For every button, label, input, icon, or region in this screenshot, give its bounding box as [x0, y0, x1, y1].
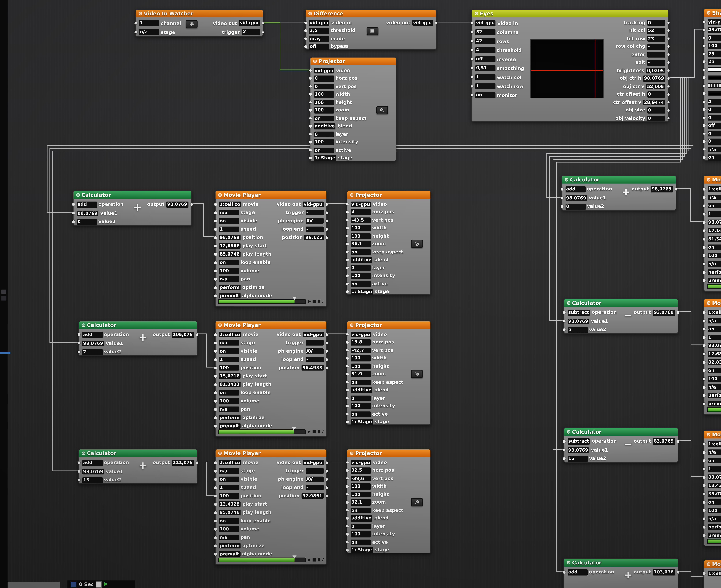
input-port[interactable]: [703, 124, 705, 127]
input-value[interactable]: on: [314, 115, 334, 121]
titlebar-calculator-6[interactable]: Calculator: [564, 428, 678, 436]
input-port[interactable]: [703, 344, 705, 347]
node-calculator-5[interactable]: Calculatorsubtractoperation98,0769value1…: [564, 298, 678, 334]
input-port[interactable]: [346, 469, 348, 471]
output-value[interactable]: vid-gpu: [302, 460, 323, 466]
input-port[interactable]: [703, 353, 705, 355]
node-projector-5[interactable]: Projectorvid-gpuvideo32,5horz pos-39,6ve…: [346, 449, 431, 553]
input-port[interactable]: [346, 227, 348, 229]
output-value[interactable]: 96,4938: [301, 365, 323, 371]
input-port[interactable]: [214, 270, 217, 272]
output-port[interactable]: [667, 61, 670, 64]
input-port[interactable]: [703, 45, 705, 47]
input-port[interactable]: [703, 518, 705, 520]
output-port[interactable]: [325, 358, 328, 361]
input-port[interactable]: [214, 295, 217, 297]
input-value[interactable]: 98,0769: [707, 219, 721, 225]
input-value[interactable]: gray: [309, 36, 329, 42]
input-port[interactable]: [214, 408, 217, 411]
input-value[interactable]: perform: [219, 415, 240, 421]
input-port[interactable]: [703, 132, 705, 135]
output-value[interactable]: -: [647, 60, 665, 65]
input-port[interactable]: [78, 479, 80, 481]
input-value[interactable]: 18,8: [350, 339, 370, 345]
input-value[interactable]: 2:cell co: [219, 460, 241, 466]
input-port[interactable]: [214, 278, 217, 280]
input-port[interactable]: [703, 459, 705, 462]
input-port[interactable]: [214, 495, 217, 497]
input-value[interactable]: 1: [475, 74, 495, 80]
output-port[interactable]: [677, 571, 679, 573]
input-port[interactable]: [214, 520, 217, 522]
input-value[interactable]: 1: Stage: [314, 155, 336, 161]
input-port[interactable]: [346, 357, 348, 359]
output-value[interactable]: vid-gpu: [302, 202, 323, 207]
node-calculator-7[interactable]: Calculatoraddoperationoutput103,076+: [564, 558, 678, 588]
input-port[interactable]: [309, 117, 312, 120]
output-port[interactable]: [667, 109, 670, 111]
input-port[interactable]: [134, 31, 137, 34]
input-value[interactable]: add: [82, 460, 102, 466]
input-port[interactable]: [214, 425, 217, 427]
input-port[interactable]: [346, 349, 348, 352]
node-movie-player-5[interactable]: Movie Player1:cell comovien/astageonvisi…: [703, 298, 721, 415]
input-port[interactable]: [346, 533, 348, 536]
input-port[interactable]: [309, 109, 312, 111]
input-port[interactable]: [470, 31, 473, 34]
input-value[interactable]: 1:cell co: [707, 441, 721, 447]
input-value[interactable]: additive: [350, 257, 373, 263]
cable-video-in-watcher-to-projector-2[interactable]: [263, 23, 310, 70]
output-port[interactable]: [667, 37, 670, 40]
cable-calculator-3-to-movie-player-3[interactable]: [197, 462, 215, 495]
stop-button-icon[interactable]: ■: [312, 429, 316, 434]
input-value[interactable]: n/a: [707, 147, 721, 152]
input-port[interactable]: [309, 101, 312, 104]
output-port[interactable]: [325, 350, 328, 352]
input-value[interactable]: 0: [314, 131, 334, 137]
input-port[interactable]: [703, 319, 705, 322]
input-value[interactable]: 0: [707, 130, 721, 136]
node-movie-player-2[interactable]: Movie Player2:cell comovien/astageonvisi…: [215, 321, 327, 437]
input-port[interactable]: [703, 148, 705, 151]
output-port[interactable]: [677, 440, 679, 442]
input-value[interactable]: n/a: [707, 194, 721, 201]
output-value[interactable]: 52,005: [646, 83, 665, 89]
input-value[interactable]: 0: [77, 219, 97, 225]
output-value[interactable]: 0: [647, 115, 665, 121]
input-port[interactable]: [214, 286, 217, 289]
input-value[interactable]: 100: [350, 491, 370, 497]
input-value[interactable]: 0: [707, 35, 721, 41]
input-value[interactable]: add: [565, 186, 585, 192]
input-value[interactable]: 1: [707, 466, 721, 472]
cable-calculator-5-to-movie-player-5[interactable]: [678, 312, 703, 345]
cable-calculator-6-to-movie-player-6[interactable]: [678, 441, 703, 477]
input-port[interactable]: [346, 549, 348, 551]
input-port[interactable]: [346, 405, 348, 407]
input-value[interactable]: add: [567, 569, 587, 575]
output-value[interactable]: -: [647, 51, 665, 58]
input-port[interactable]: [346, 291, 348, 293]
input-port[interactable]: [214, 261, 217, 264]
input-value[interactable]: add: [82, 332, 102, 338]
input-value[interactable]: on: [350, 539, 370, 545]
input-value[interactable]: perform: [707, 524, 721, 530]
pause-button-icon[interactable]: Ⅱ: [318, 429, 320, 434]
input-port[interactable]: [703, 443, 705, 445]
input-port[interactable]: [703, 117, 705, 119]
input-value[interactable]: 4: [475, 47, 495, 53]
input-value[interactable]: 17,1642: [707, 228, 721, 234]
output-value[interactable]: 96,125: [304, 235, 323, 240]
input-port[interactable]: [309, 69, 312, 72]
input-port[interactable]: [703, 572, 705, 575]
media-track[interactable]: [218, 557, 306, 562]
output-port[interactable]: [325, 236, 328, 239]
output-value[interactable]: 105,076: [172, 332, 194, 338]
input-port[interactable]: [214, 366, 217, 369]
input-port[interactable]: [346, 525, 348, 527]
input-port[interactable]: [346, 251, 348, 253]
titlebar-projector-4[interactable]: Projector: [347, 321, 430, 329]
input-port[interactable]: [563, 329, 565, 331]
input-value[interactable]: 85,0746: [707, 491, 721, 497]
output-port[interactable]: [325, 203, 328, 206]
output-port[interactable]: [667, 45, 670, 48]
